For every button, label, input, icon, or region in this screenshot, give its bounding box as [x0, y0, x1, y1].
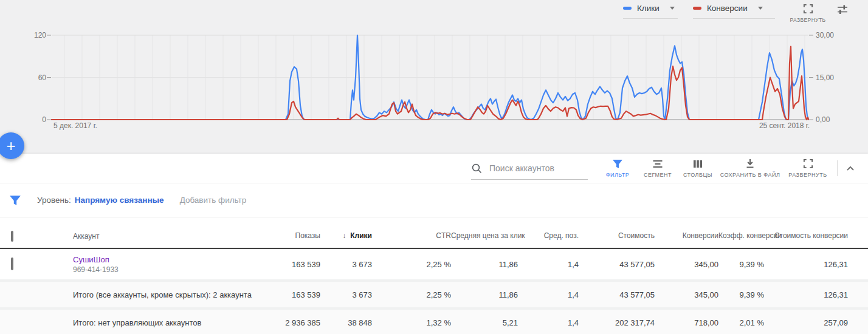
filter-bar: Уровень: Напрямую связанные Добавить фил…: [0, 183, 868, 217]
google-ads-accounts-screen: 120 60 0 30,00 15,00 0,00 5 дек. 2017 г.…: [0, 0, 868, 334]
table-expand-label: РАЗВЕРНУТЬ: [788, 172, 827, 178]
y-axis-right-tick-0: 0,00: [816, 115, 849, 124]
segment-button[interactable]: СЕГМЕНТ: [638, 154, 678, 182]
filter-button-label: ФИЛЬТР: [606, 172, 630, 178]
account-link[interactable]: СушиШоп: [73, 255, 261, 264]
summary-conv-rate: 2,01 %: [718, 318, 764, 327]
select-all-checkbox[interactable]: [11, 231, 13, 242]
add-filter-button[interactable]: Добавить фильтр: [180, 196, 247, 205]
conversions-legend-chip: [693, 7, 701, 10]
header-cost[interactable]: Стоимость: [579, 231, 655, 240]
y-axis-right-tick-15: 15,00: [816, 73, 849, 82]
header-avg-cpc[interactable]: Средняя цена за клик: [451, 231, 518, 240]
chevron-up-icon: [845, 164, 856, 172]
save-to-file-button[interactable]: СОХРАНИТЬ В ФАЙЛ: [718, 154, 782, 182]
y-axis-left-tick-60: 60: [22, 73, 46, 82]
header-conversions[interactable]: Конверсии: [655, 231, 718, 240]
clicks-metric-dropdown[interactable]: Клики: [623, 4, 678, 19]
summary-conversions: 718,00: [655, 318, 718, 327]
summary-ctr: 1,32 %: [372, 318, 451, 327]
segment-button-label: СЕГМЕНТ: [644, 172, 672, 178]
summary-cost-per-conv: 257,09: [764, 318, 848, 327]
save-to-file-label: СОХРАНИТЬ В ФАЙЛ: [720, 172, 780, 178]
filter-funnel-icon: [612, 159, 623, 169]
row-checkbox[interactable]: [11, 257, 13, 270]
sliders-icon: [836, 4, 849, 16]
clicks-legend-chip: [623, 7, 632, 10]
columns-button-label: СТОЛБЦЫ: [683, 172, 712, 178]
summary-row-manager-accounts: Итого: нет управляющих аккаунтов 2 936 3…: [0, 307, 868, 334]
summary-impressions: 163 539: [261, 290, 320, 299]
columns-icon: [692, 159, 703, 169]
filter-level-value[interactable]: Напрямую связанные: [75, 196, 164, 205]
chart-expand-label: РАЗВЕРНУТЬ: [790, 17, 825, 23]
summary-conv-rate: 9,39 %: [718, 290, 764, 299]
account-id: 969-414-1933: [73, 265, 261, 274]
conversions-metric-dropdown[interactable]: Конверсии: [693, 4, 775, 19]
cell-clicks: 3 673: [320, 260, 372, 269]
add-account-fab-label: +: [6, 137, 15, 155]
sort-descending-icon: ↓: [342, 231, 346, 240]
cell-conv-rate: 9,39 %: [718, 260, 764, 269]
header-avg-pos[interactable]: Сред. поз.: [518, 231, 579, 240]
header-impressions[interactable]: Показы: [261, 231, 320, 240]
summary-row-visible-accounts: Итого (все аккаунты, кроме скрытых): 2 а…: [0, 279, 868, 307]
table-row[interactable]: СушиШоп 969-414-1933 163 539 3 673 2,25 …: [0, 249, 868, 279]
expand-icon: [803, 4, 813, 14]
chevron-down-icon: [758, 7, 763, 10]
accounts-panel: ФИЛЬТР СЕГМЕНТ СТОЛБЦЫ СОХРАНИТЬ В ФАЙЛ: [0, 154, 868, 334]
chevron-down-icon: [670, 7, 675, 10]
download-icon: [745, 158, 756, 169]
segment-icon: [652, 159, 663, 169]
summary-ctr: 2,25 %: [372, 290, 451, 299]
x-axis-start-date: 5 дек. 2017 г.: [53, 121, 97, 130]
cell-ctr: 2,25 %: [372, 260, 451, 269]
cell-cost-per-conv: 126,31: [764, 260, 848, 269]
summary-impressions: 2 936 385: [261, 318, 320, 327]
filter-button[interactable]: ФИЛЬТР: [598, 154, 638, 182]
toolbar-divider: [837, 160, 838, 176]
cell-conversions: 345,00: [655, 260, 718, 269]
cell-cost: 43 577,05: [579, 260, 655, 269]
filter-level-label: Уровень:: [37, 196, 71, 205]
summary-avg-cpc: 5,21: [451, 318, 518, 327]
table-expand-button[interactable]: РАЗВЕРНУТЬ: [782, 154, 833, 182]
performance-chart: [0, 0, 868, 154]
header-clicks[interactable]: ↓Клики: [320, 231, 372, 240]
columns-button[interactable]: СТОЛБЦЫ: [678, 154, 718, 182]
cell-avg-cpc: 11,86: [451, 260, 518, 269]
header-conv-rate[interactable]: Коэфф. конверсии: [718, 231, 764, 240]
expand-icon: [803, 158, 813, 169]
summary-clicks: 3 673: [320, 290, 372, 299]
summary-clicks: 38 848: [320, 318, 372, 327]
summary-avg-pos: 1,4: [518, 290, 579, 299]
y-axis-left-tick-0: 0: [22, 115, 46, 124]
search-input[interactable]: [488, 163, 582, 174]
clicks-legend-label: Клики: [637, 4, 660, 13]
y-axis-left-tick-120: 120: [22, 31, 46, 39]
summary-label: Итого: нет управляющих аккаунтов: [0, 318, 261, 327]
summary-cost: 202 317,74: [579, 318, 655, 327]
header-cost-per-conv[interactable]: Стоимость конверсии: [764, 231, 848, 240]
table-header-row: Аккаунт Показы ↓Клики CTR Средняя цена з…: [0, 217, 868, 249]
summary-label: Итого (все аккаунты, кроме скрытых): 2 а…: [0, 290, 261, 299]
filter-funnel-icon: [9, 195, 21, 206]
chart-settings-button[interactable]: [836, 4, 849, 16]
table-toolbar: ФИЛЬТР СЕГМЕНТ СТОЛБЦЫ СОХРАНИТЬ В ФАЙЛ: [0, 154, 868, 183]
search-icon: [471, 163, 482, 174]
summary-avg-cpc: 11,86: [451, 290, 518, 299]
cell-avg-pos: 1,4: [518, 260, 579, 269]
summary-conversions: 345,00: [655, 290, 718, 299]
account-search[interactable]: [471, 157, 588, 180]
conversions-legend-label: Конверсии: [707, 4, 748, 13]
header-ctr[interactable]: CTR: [372, 231, 451, 240]
summary-cost-per-conv: 126,31: [764, 290, 848, 299]
x-axis-end-date: 25 сент. 2018 г.: [749, 121, 810, 130]
cell-impressions: 163 539: [261, 260, 320, 269]
y-axis-right-tick-30: 30,00: [816, 31, 849, 39]
chart-expand-button[interactable]: РАЗВЕРНУТЬ: [788, 4, 827, 23]
collapse-panel-button[interactable]: [845, 164, 856, 172]
header-account[interactable]: Аккаунт: [57, 232, 261, 240]
summary-cost: 43 577,05: [579, 290, 655, 299]
summary-avg-pos: 1,4: [518, 318, 579, 327]
